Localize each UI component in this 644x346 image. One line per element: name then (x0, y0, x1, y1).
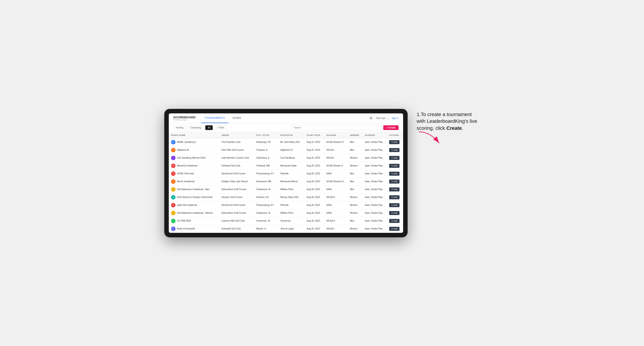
event-name-text-8: upike fall invitational (177, 204, 197, 206)
event-name-text-11: Klash at Kokopelli (177, 227, 195, 230)
cell-start-date-6: Aug 28, 2023 (304, 185, 324, 193)
event-name-text-2: Carl Sandburg Women FA23 (177, 157, 206, 159)
table-row: C Carl Sandburg Women FA23 Lake Bracken … (169, 154, 403, 162)
table-row: U UPIKE Fall Invite StoneCrest Golf Cour… (169, 170, 403, 177)
edit-icon-0: ✎ (392, 141, 393, 143)
cell-division-6: NAIA (324, 185, 348, 193)
event-name-text-7: 2023 Women's Hesston Fall Kickoff (177, 196, 212, 198)
cell-division-4: NAIA (324, 170, 348, 177)
event-name-text-0: MSMC Qualifying 1 (177, 141, 196, 143)
edit-button-0[interactable]: ✎ Edit (389, 140, 400, 144)
event-name-text-4: UPIKE Fall Invite (177, 172, 194, 175)
sign-in-button[interactable]: Sign In (392, 117, 398, 120)
cell-city-state-5: Deerwood, MN (254, 177, 278, 185)
cell-venue-0: The Powelton Club (219, 138, 254, 146)
edit-button-4[interactable]: ✎ Edit (389, 172, 400, 176)
cell-scoring-9: team, Stroke Play (362, 209, 387, 217)
toolbar: Hosting Competing All ≡ Filter + Create (169, 123, 403, 132)
team-avatar-1: H (171, 148, 176, 152)
cell-venue-8: StoneCrest Golf Course (219, 201, 254, 209)
cell-actions-9: ✎ Edit (387, 209, 403, 217)
col-event-name: EVENT NAME (169, 132, 219, 138)
edit-icon-7: ✎ (392, 196, 393, 198)
nav-tab-teams[interactable]: TEAMS (228, 113, 245, 123)
edit-button-6[interactable]: ✎ Edit (389, 187, 400, 191)
competing-filter-button[interactable]: Competing (188, 125, 204, 130)
cell-start-date-1: Aug 25, 2023 (304, 146, 324, 154)
event-name-text-5: Morris Invitational (177, 180, 194, 183)
edit-button-3[interactable]: ✎ Edit (389, 164, 400, 168)
logo-area: SCOREBOARD Powered by Clippit (173, 116, 196, 121)
cell-venue-5: Ruttger's Bay Lake Resort (219, 177, 254, 185)
edit-icon-9: ✎ (392, 212, 393, 214)
event-name-text-10: VU PREVIEW (177, 220, 191, 222)
edit-icon-10: ✎ (392, 220, 393, 222)
cell-gender-8: Women (348, 201, 363, 209)
table-row: K Klash at Kokopelli Kokopelli Golf Club… (169, 225, 403, 233)
col-actions: ACTIONS (387, 132, 403, 138)
table-row: V VU PREVIEW Cypress Hills Golf Club Vin… (169, 217, 403, 225)
cell-hosted-by-4: Pikeville (278, 170, 304, 177)
cell-gender-4: Men (348, 170, 363, 177)
team-avatar-4: U (171, 172, 176, 176)
cell-venue-9: Edmundson Golf Course (219, 209, 254, 217)
cell-gender-7: Women (348, 193, 363, 201)
cell-gender-3: Women (348, 162, 363, 170)
table-container: EVENT NAME VENUE CITY, STATE HOSTED BY S… (169, 132, 403, 233)
edit-button-8[interactable]: ✎ Edit (389, 203, 400, 207)
edit-button-5[interactable]: ✎ Edit (389, 179, 400, 183)
cell-division-3: NCAA Division II (324, 162, 348, 170)
edit-button-10[interactable]: ✎ Edit (389, 219, 400, 223)
cell-scoring-5: team, Stroke Play (362, 177, 387, 185)
edit-icon-4: ✎ (392, 173, 393, 175)
cell-division-2: NICAA I (324, 154, 348, 162)
edit-button-11[interactable]: ✎ Edit (389, 227, 400, 231)
event-name-text-1: Highland 36 (177, 149, 189, 151)
cell-city-state-11: Marion, IL (254, 225, 278, 233)
create-button[interactable]: + Create (383, 125, 398, 130)
cell-gender-0: Men (348, 138, 363, 146)
logo-text: SCOREBOARD (173, 116, 196, 119)
edit-button-9[interactable]: ✎ Edit (389, 211, 400, 215)
filter-button[interactable]: ≡ Filter (214, 125, 227, 130)
nav-tab-tournaments[interactable]: TOURNAMENTS (201, 113, 228, 123)
team-avatar-9: F (171, 211, 176, 215)
cell-gender-5: Men (348, 177, 363, 185)
table-row: M Morris Invitational Ruttger's Bay Lake… (169, 177, 403, 185)
cell-division-0: NCAA Division III (324, 138, 348, 146)
col-division: DIVISION (324, 132, 348, 138)
edit-button-7[interactable]: ✎ Edit (389, 195, 400, 199)
arrow-container (417, 130, 480, 149)
gear-icon[interactable]: ⚙ (369, 116, 374, 120)
filter-label: Filter (219, 126, 224, 129)
cell-gender-11: Women (348, 225, 363, 233)
col-scoring: SCORING (362, 132, 387, 138)
col-hosted-by: HOSTED BY (278, 132, 304, 138)
cell-gender-2: Women (348, 154, 363, 162)
cell-gender-6: Men (348, 185, 363, 193)
cell-hosted-by-11: John A Logan (278, 225, 304, 233)
team-avatar-10: V (171, 219, 176, 223)
cell-actions-5: ✎ Edit (387, 177, 403, 185)
nav-right: ⚙ Test User | Sign In (369, 116, 398, 120)
cell-division-8: NAIA (324, 201, 348, 209)
hosting-filter-button[interactable]: Hosting (173, 125, 186, 130)
cell-actions-8: ✎ Edit (387, 201, 403, 209)
cell-actions-6: ✎ Edit (387, 185, 403, 193)
cell-scoring-0: team, Stroke Play (362, 138, 387, 146)
edit-button-1[interactable]: ✎ Edit (389, 148, 400, 152)
arrow-icon (417, 130, 444, 148)
cell-start-date-0: Aug 24, 2023 (304, 138, 324, 146)
cell-hosted-by-1: Highland CC (278, 146, 304, 154)
cell-event-name-2: C Carl Sandburg Women FA23 (169, 154, 219, 162)
edit-button-2[interactable]: ✎ Edit (389, 156, 400, 160)
cell-hosted-by-7: Murray State (OK) (278, 193, 304, 201)
cell-hosted-by-10: Vincennes (278, 217, 304, 225)
cell-division-11: NICAA I (324, 225, 348, 233)
col-city-state: CITY, STATE (254, 132, 278, 138)
edit-icon-5: ✎ (392, 180, 393, 183)
cell-venue-2: Lake Bracken Country Club (219, 154, 254, 162)
search-input[interactable] (291, 125, 382, 130)
cell-city-state-7: Hesston, KS (254, 193, 278, 201)
all-filter-button[interactable]: All (205, 125, 213, 130)
